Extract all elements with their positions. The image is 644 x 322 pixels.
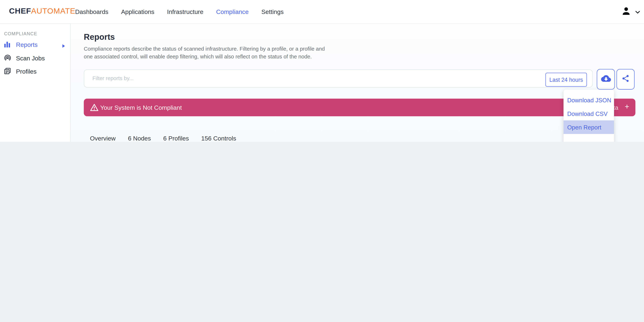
banner-expand-button[interactable]: + [625,102,629,111]
chevron-down-icon [635,8,640,15]
logo-chef: CHEF [9,6,31,15]
person-icon [621,6,632,18]
nav-item-applications[interactable]: Applications [121,8,154,15]
sidebar-item-label: Scan Jobs [16,54,45,62]
page-description-line-2: one associated control, will enable deep… [84,52,325,60]
nav-item-compliance[interactable]: Compliance [216,8,249,15]
tab-156-controls[interactable]: 156 Controls [195,131,242,142]
sidebar-item-reports[interactable]: Reports [0,39,70,50]
page-description: Compliance reports describe the status o… [84,45,325,60]
page-description-line-1: Compliance reports describe the status o… [84,45,325,52]
banner-message: Your System is Not Compliant [100,104,182,111]
nav-item-dashboards[interactable]: Dashboards [75,8,108,15]
sidebar-item-label: Profiles [16,68,37,75]
sidebar-item-scan-jobs[interactable]: Scan Jobs [0,52,70,64]
report-tabs: Overview6 Nodes6 Profiles156 Controls [84,131,242,142]
tab-6-nodes[interactable]: 6 Nodes [122,131,157,142]
app-window: CHEFAUTOMATE DashboardsApplicationsInfra… [0,0,644,142]
nav-item-infrastructure[interactable]: Infrastructure [167,8,203,15]
bar-chart-icon [4,41,11,48]
logo-automate: AUTOMATE [31,6,75,15]
filter-reports-input[interactable] [92,75,463,82]
download-button[interactable] [597,69,615,90]
sidebar-item-profiles[interactable]: Profiles [0,65,70,77]
caret-right-icon[interactable] [62,42,65,50]
cloud-download-icon [600,74,611,84]
share-button[interactable] [616,69,634,90]
tab-6-profiles[interactable]: 6 Profiles [157,131,195,142]
chef-automate-logo[interactable]: CHEFAUTOMATE [9,6,75,16]
menu-item-download-csv[interactable]: Download CSV [564,107,614,120]
download-dropdown-menu: Download JSONDownload CSVOpen Report [564,90,614,142]
nav-items: DashboardsApplicationsInfrastructureComp… [75,0,284,24]
warning-triangle-icon [90,104,99,113]
sidebar: COMPLIANCE ReportsScan JobsProfiles [0,24,71,142]
menu-item-download-json[interactable]: Download JSON [564,93,614,107]
sidebar-item-label: Reports [16,41,38,48]
menu-item-open-report[interactable]: Open Report [564,120,614,134]
not-compliant-banner: Your System is Not Compliant ta + [84,98,636,116]
share-icon [622,74,630,84]
nav-item-settings[interactable]: Settings [261,8,284,15]
sidebar-section-label: COMPLIANCE [4,31,37,36]
top-navigation-bar: CHEFAUTOMATE DashboardsApplicationsInfra… [0,0,644,24]
documents-icon [4,68,11,75]
user-menu[interactable] [621,0,640,24]
time-range-button[interactable]: Last 24 hours [546,73,587,86]
tab-overview[interactable]: Overview [84,131,122,142]
filter-reports-field[interactable] [84,70,593,88]
radar-icon [4,54,11,62]
page-title: Reports [84,32,115,42]
